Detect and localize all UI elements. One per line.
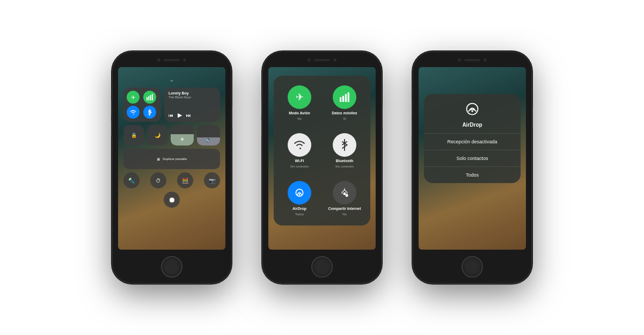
airdrop-title: AirDrop — [462, 122, 482, 128]
airplane-mode-btn[interactable]: ✈ — [127, 91, 140, 104]
iphone-1: ⌄ ✈ — [113, 52, 231, 283]
screen-3: AirDrop Recepción desactivada Solo conta… — [419, 67, 526, 250]
control-center-panel: ⌄ ✈ — [123, 76, 220, 244]
svg-rect-0 — [147, 97, 148, 100]
bluetooth-circle — [333, 133, 356, 157]
airdrop-contacts-option[interactable]: Solo contactos — [424, 150, 521, 167]
svg-rect-1 — [148, 96, 149, 100]
do-not-disturb-btn[interactable]: 🌙 — [147, 125, 167, 145]
monitor-icon: 🖥 — [157, 157, 160, 161]
cellular-circle — [333, 85, 356, 109]
now-playing-block: Lonely Boy The Black Keys ⏮ ▶ ⏭ — [164, 88, 220, 122]
camera-dot-2 — [183, 59, 186, 62]
airdrop-item[interactable]: AirDrop Todos — [279, 177, 320, 220]
fast-forward-btn[interactable]: ⏭ — [186, 113, 191, 118]
volume-icon: 🔈 — [206, 136, 212, 142]
volume-slider[interactable]: 🔈 — [197, 125, 220, 145]
svg-rect-6 — [340, 97, 341, 102]
top-row: ✈ Lonely Boy The Black Keys — [123, 88, 220, 122]
bottom-icons: 🔦 ⏱ 🧮 📷 — [123, 172, 220, 188]
brightness-icon: ☀ — [180, 136, 185, 142]
cellular-btn[interactable] — [143, 91, 156, 104]
svg-point-14 — [343, 192, 346, 195]
home-button[interactable] — [161, 256, 182, 278]
volume-down-btn-3[interactable] — [412, 121, 413, 136]
connectivity-block: ✈ — [123, 88, 161, 122]
camera-btn[interactable]: 📷 — [204, 172, 220, 188]
bluetooth-btn[interactable] — [143, 106, 156, 119]
brightness-slider[interactable]: ☀ — [171, 125, 194, 145]
timer-btn[interactable]: ⏱ — [150, 172, 166, 188]
bluetooth-item[interactable]: Bluetooth Sin conexión — [324, 129, 365, 172]
top-bar — [157, 59, 186, 62]
svg-rect-8 — [345, 94, 347, 102]
power-btn-2[interactable] — [381, 106, 383, 127]
svg-rect-3 — [152, 94, 153, 100]
play-btn[interactable]: ▶ — [178, 112, 182, 119]
top-bar-3 — [458, 59, 487, 62]
chevron-down-icon[interactable]: ⌄ — [123, 76, 220, 83]
network-panel: ✈ Modo Avión No Datos móviles Sí — [274, 76, 370, 225]
mirror-btn[interactable]: 🖥 Duplicar pantalla — [123, 149, 220, 169]
speaker-grille-2 — [314, 59, 330, 61]
screen-1: ⌄ ✈ — [118, 67, 225, 250]
home-button-3[interactable] — [462, 256, 483, 278]
playback-controls: ⏮ ▶ ⏭ — [169, 112, 216, 119]
flashlight-btn[interactable]: 🔦 — [123, 172, 140, 188]
speaker-grille — [164, 59, 180, 61]
hotspot-item[interactable]: Compartir Internet No — [324, 177, 365, 220]
volume-down-btn-2[interactable] — [261, 121, 263, 136]
airdrop-off-option[interactable]: Recepción desactivada — [424, 134, 521, 150]
camera-icon: 📷 — [209, 178, 215, 184]
airdrop-header: AirDrop — [424, 94, 521, 134]
calculator-btn[interactable]: 🧮 — [177, 172, 193, 188]
wifi-btn[interactable] — [127, 106, 140, 119]
lock-icon: 🔒 — [131, 133, 137, 138]
top-bar-2 — [308, 59, 336, 62]
wifi-circle — [288, 133, 311, 157]
svg-rect-7 — [342, 96, 344, 102]
cellular-item[interactable]: Datos móviles Sí — [324, 81, 365, 125]
calculator-icon: 🧮 — [182, 178, 188, 184]
home-button-2[interactable] — [311, 256, 333, 278]
svg-point-18 — [471, 110, 473, 112]
speaker-grille-3 — [464, 59, 480, 61]
hotspot-circle — [333, 181, 356, 205]
power-btn-3[interactable] — [531, 106, 533, 127]
camera-dot-6 — [484, 59, 487, 62]
screen-record-row: ⏺ — [123, 192, 220, 208]
record-icon: ⏺ — [168, 195, 175, 204]
mirror-row: 🖥 Duplicar pantalla — [123, 149, 220, 169]
screen-2: ✈ Modo Avión No Datos móviles Sí — [268, 67, 376, 250]
volume-down-btn[interactable] — [111, 121, 113, 136]
camera-dot-5 — [458, 59, 461, 62]
screen-record-btn[interactable]: ⏺ — [164, 192, 180, 208]
power-btn[interactable] — [231, 106, 232, 127]
airplane-item[interactable]: ✈ Modo Avión No — [279, 81, 320, 125]
svg-point-13 — [299, 194, 301, 196]
svg-rect-2 — [150, 95, 151, 100]
iphone-2: ✈ Modo Avión No Datos móviles Sí — [263, 52, 381, 283]
iphone-3: AirDrop Recepción desactivada Solo conta… — [413, 52, 531, 283]
np-song: Lonely Boy The Black Keys — [169, 91, 216, 99]
camera-dot-3 — [308, 59, 311, 62]
volume-up-btn-3[interactable] — [412, 100, 413, 115]
timer-icon: ⏱ — [156, 178, 161, 184]
airplane-circle: ✈ — [288, 85, 311, 109]
airdrop-everyone-option[interactable]: Todos — [424, 167, 521, 183]
airdrop-icon — [465, 101, 480, 120]
volume-up-btn[interactable] — [111, 100, 113, 115]
moon-icon: 🌙 — [155, 133, 160, 138]
rewind-btn[interactable]: ⏮ — [169, 113, 173, 118]
lock-dnd-row: 🔒 🌙 ☀ 🔈 — [123, 125, 220, 145]
volume-up-btn-2[interactable] — [261, 100, 263, 115]
svg-rect-9 — [348, 92, 349, 102]
camera-dot — [157, 59, 160, 62]
lock-rotation-btn[interactable]: 🔒 — [123, 125, 144, 145]
camera-dot-4 — [333, 59, 336, 62]
wifi-item[interactable]: Wi-Fi Sin conexión — [279, 129, 320, 172]
sliders-section: ☀ 🔈 — [171, 125, 220, 145]
airdrop-panel: AirDrop Recepción desactivada Solo conta… — [424, 94, 521, 183]
airdrop-circle — [288, 181, 311, 205]
flashlight-icon: 🔦 — [128, 178, 135, 184]
